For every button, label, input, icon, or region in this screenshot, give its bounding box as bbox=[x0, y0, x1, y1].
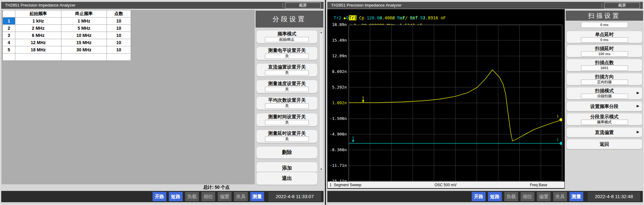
statusbar-button-负载[interactable]: 负载 bbox=[504, 192, 518, 201]
statusbar-button-测量[interactable]: 测量 bbox=[569, 192, 583, 201]
points-cell[interactable]: 10 bbox=[107, 46, 131, 54]
panel-button-测量延时设置开关[interactable]: 测量延时设置开关关 bbox=[256, 130, 318, 143]
scroll-up-icon[interactable]: ▲ bbox=[319, 31, 323, 34]
panel-button-测量速度设置开关[interactable]: 测量速度设置开关关 bbox=[256, 80, 318, 93]
row-number-cell[interactable]: 4 bbox=[3, 39, 15, 46]
y-tick-label: 1.892n bbox=[327, 100, 347, 105]
sweep-setup-window: TH2851 Precision Impedance Analyzer 截屏 ▶… bbox=[326, 0, 644, 205]
stop-frequency-cell[interactable]: 1 MHz bbox=[61, 18, 107, 25]
panel-button-设置频率分段[interactable]: 设置频率分段▶ bbox=[566, 101, 642, 111]
points-cell[interactable] bbox=[107, 54, 131, 61]
window-title: TH2851 Precision Impedance Analyzer bbox=[5, 3, 75, 8]
start-frequency-cell[interactable]: 2 MHz bbox=[15, 25, 61, 32]
panel-button-直流偏置[interactable]: 直流偏置▶ bbox=[566, 127, 642, 137]
statusbar-button-夹具[interactable]: 夹具 bbox=[553, 192, 567, 201]
statusbar-button-偏置[interactable]: 偏置 bbox=[218, 192, 231, 201]
panel-button-扫描方向[interactable]: 扫描方向正向扫描 bbox=[566, 73, 642, 85]
scroll-down-icon[interactable]: ▼ bbox=[319, 168, 323, 171]
button-value: 关 bbox=[265, 103, 309, 109]
screenshot-button[interactable]: 截屏 bbox=[604, 3, 640, 8]
statusbar-button-开路[interactable]: 开路 bbox=[472, 192, 486, 201]
panel-scrollbar[interactable]: ▲ ▼ bbox=[319, 30, 323, 172]
button-label: 测量电平设置开关 bbox=[257, 47, 317, 54]
points-cell[interactable]: 10 bbox=[107, 32, 131, 39]
button-label: 测量延时设置开关 bbox=[257, 130, 317, 136]
points-cell[interactable]: 10 bbox=[107, 25, 131, 32]
points-cell[interactable]: 10 bbox=[107, 18, 131, 25]
statusbar-button-相位[interactable]: 相位 bbox=[521, 192, 534, 201]
start-frequency-cell[interactable]: 12 MHz bbox=[15, 39, 61, 46]
button-label: 平均次数设置开关 bbox=[257, 97, 317, 103]
panel-button-partial[interactable]: 0 ms bbox=[566, 22, 642, 29]
y-tick-label: -11.71n bbox=[327, 163, 347, 168]
y-tick-label: 8.692n bbox=[327, 69, 347, 74]
panel-button-测量电平设置开关[interactable]: 测量电平设置开关关 bbox=[256, 47, 318, 60]
panel-button-平均次数设置开关[interactable]: 平均次数设置开关关 bbox=[256, 96, 318, 110]
panel-button-扫描延时[interactable]: 扫描延时100 ms bbox=[566, 45, 642, 57]
table-row[interactable]: 36 MHz10 MHz10 bbox=[3, 32, 131, 39]
panel-button-添加[interactable]: 添加 bbox=[256, 162, 318, 172]
stop-frequency-cell[interactable]: 5 MHz bbox=[61, 25, 107, 32]
button-value: 关 bbox=[265, 87, 309, 92]
panel-button-单点延时[interactable]: 单点延时0 ms bbox=[566, 31, 642, 43]
start-frequency-cell[interactable]: 18 MHz bbox=[15, 46, 61, 54]
table-row[interactable]: 22 MHz5 MHz10 bbox=[3, 25, 131, 32]
start-frequency-cell[interactable]: 6 MHz bbox=[15, 32, 61, 39]
statusbar-button-短路[interactable]: 短路 bbox=[169, 192, 183, 201]
panel-button-删除[interactable]: 删除 bbox=[256, 146, 318, 159]
points-cell[interactable]: 10 bbox=[107, 39, 131, 46]
chart-area: ▶ Tr1 Cp 3.4000 nF/ Ref 1.8916 nF Tr2 D … bbox=[327, 9, 565, 189]
submenu-arrow-icon: ▶ bbox=[637, 104, 639, 108]
panel-button-list: 频率模式起始/终止测量电平设置开关关直流偏置设置开关关测量速度设置开关关平均次数… bbox=[256, 30, 318, 172]
y-tick-label: 12.09n bbox=[327, 54, 347, 58]
table-row[interactable]: 518 MHz30 MHz10 bbox=[3, 46, 131, 54]
table-row[interactable]: 412 MHz15 MHz10 bbox=[3, 39, 131, 46]
stop-frequency-cell[interactable]: 10 MHz bbox=[61, 32, 107, 39]
window-title: TH2851 Precision Impedance Analyzer bbox=[331, 3, 402, 8]
statusbar-button-短路[interactable]: 短路 bbox=[488, 192, 502, 201]
button-label: 频率模式 bbox=[257, 30, 317, 37]
stop-frequency-cell[interactable]: 30 MHz bbox=[61, 46, 107, 54]
panel-button-直流偏置设置开关[interactable]: 直流偏置设置开关关 bbox=[256, 63, 318, 77]
y-tick-label: 15.49n bbox=[327, 38, 347, 43]
panel-button-扫描点数[interactable]: 扫描点数1601 bbox=[566, 59, 642, 71]
button-value: 100 ms bbox=[581, 51, 628, 57]
table-row[interactable] bbox=[3, 54, 131, 61]
osc-level-label: OSC 500 mV bbox=[361, 183, 530, 187]
start-frequency-cell[interactable]: 1 kHz bbox=[15, 18, 61, 25]
exit-button[interactable]: 退出 bbox=[256, 172, 318, 185]
panel-button-返回[interactable]: 返回 bbox=[566, 139, 642, 149]
status-bar: 开路短路负载相位偏置夹具测量 2022-4-8 11:33:07 bbox=[1, 191, 324, 202]
button-value: 0 ms bbox=[581, 37, 628, 43]
row-number-cell[interactable]: 5 bbox=[3, 46, 15, 54]
statusbar-button-测量[interactable]: 测量 bbox=[250, 192, 264, 201]
screenshot-button[interactable]: 截屏 bbox=[285, 3, 321, 8]
status-bar: 开路短路负载相位偏置夹具测量 2022-4-8 11:32:48 bbox=[327, 191, 643, 202]
row-number-cell[interactable]: 1 bbox=[3, 18, 15, 25]
trace2-readout: Tr2 D 120.00 / Ref 317.92 bbox=[329, 15, 425, 20]
statusbar-button-夹具[interactable]: 夹具 bbox=[234, 192, 248, 201]
button-value: 起始/终止 bbox=[265, 37, 309, 42]
statusbar-button-偏置[interactable]: 偏置 bbox=[537, 192, 551, 201]
button-label: 测量时间设置开关 bbox=[257, 113, 317, 120]
button-value: 分段扫描 bbox=[581, 94, 628, 99]
panel-button-频率模式[interactable]: 频率模式起始/终止 bbox=[256, 30, 318, 44]
statusbar-button-负载[interactable]: 负载 bbox=[185, 192, 199, 201]
button-label: 返回 bbox=[567, 139, 642, 149]
submenu-arrow-icon: ▶ bbox=[637, 130, 639, 134]
stop-frequency-cell[interactable] bbox=[61, 54, 107, 61]
x-axis-mode-label: Freq Base bbox=[530, 183, 547, 187]
panel-button-分段显示模式[interactable]: 分段显示模式频率模式 bbox=[566, 113, 642, 126]
row-number-cell[interactable]: 3 bbox=[3, 32, 15, 39]
table-row[interactable]: 11 kHz1 MHz10 bbox=[3, 18, 131, 25]
statusbar-button-相位[interactable]: 相位 bbox=[201, 192, 215, 201]
column-header-2: 终止频率 bbox=[61, 10, 107, 18]
start-frequency-cell[interactable] bbox=[15, 54, 61, 61]
row-number-cell[interactable] bbox=[3, 54, 15, 61]
panel-button-测量时间设置开关[interactable]: 测量时间设置开关关 bbox=[256, 113, 318, 126]
panel-title: 扫描设置 bbox=[566, 11, 643, 21]
row-number-cell[interactable]: 2 bbox=[3, 25, 15, 32]
stop-frequency-cell[interactable]: 15 MHz bbox=[61, 39, 107, 46]
panel-button-扫描模式[interactable]: 扫描模式分段扫描▶ bbox=[566, 87, 642, 100]
statusbar-button-开路[interactable]: 开路 bbox=[153, 192, 166, 201]
